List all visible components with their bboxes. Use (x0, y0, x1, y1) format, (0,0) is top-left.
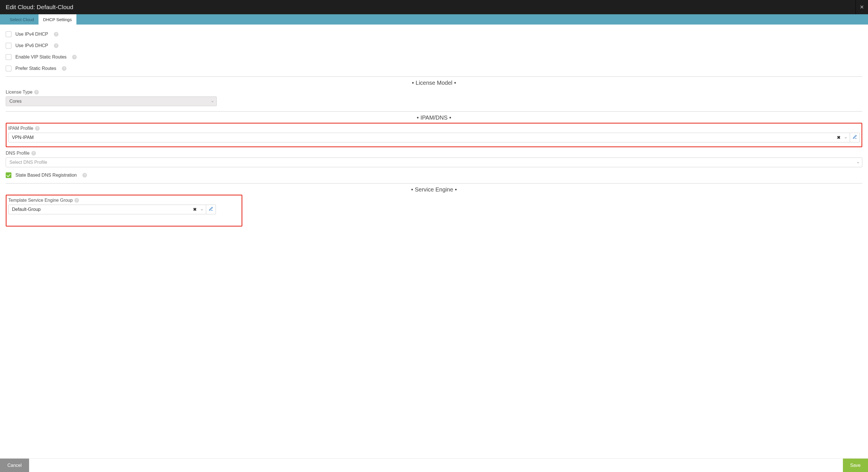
checkbox-label: Enable VIP Static Routes (16, 55, 66, 60)
checkbox-label: State Based DNS Registration (16, 173, 77, 178)
button-label: Cancel (7, 463, 22, 468)
field-label-text: IPAM Profile (8, 126, 33, 131)
field-label-text: License Type (6, 90, 32, 95)
checkbox-label: Prefer Static Routes (16, 66, 56, 71)
dns-profile-select-wrap: Select DNS Profile (6, 157, 862, 167)
section-title-text: Service Engine (415, 186, 454, 193)
ipam-profile-select-wrap: VPN-IPAM ✖ (8, 133, 860, 142)
section-title-text: License Model (416, 80, 453, 86)
checkbox-use-ipv6-dhcp[interactable] (6, 43, 11, 49)
pencil-icon (209, 207, 213, 212)
tab-select-cloud[interactable]: Select Cloud (5, 14, 38, 25)
highlight-template-seg: Template Service Engine Group ? Default-… (6, 195, 242, 227)
modal-title: Edit Cloud: Default-Cloud (6, 4, 73, 10)
close-icon: ✕ (860, 4, 864, 10)
cancel-button[interactable]: Cancel (0, 459, 29, 472)
tab-label: Select Cloud (10, 17, 34, 22)
option-use-ipv6-dhcp: Use IPv6 DHCP ? (6, 40, 862, 51)
section-title: •License Model• (410, 80, 458, 86)
save-button[interactable]: Save (843, 459, 868, 472)
help-icon[interactable]: ? (31, 151, 36, 155)
section-title-text: IPAM/DNS (420, 114, 447, 121)
checkbox-label: Use IPv4 DHCP (16, 32, 48, 37)
label-ipam-profile: IPAM Profile ? (8, 126, 860, 131)
select-placeholder: Select DNS Profile (9, 160, 47, 165)
checkbox-use-ipv4-dhcp[interactable] (6, 31, 11, 37)
license-type-select-wrap: Cores (6, 96, 217, 106)
label-dns-profile: DNS Profile ? (6, 151, 862, 156)
select-value: VPN-IPAM (12, 135, 34, 140)
help-icon[interactable]: ? (54, 32, 58, 36)
section-ipam-dns: •IPAM/DNS• (6, 111, 862, 121)
field-label-text: Template Service Engine Group (8, 198, 73, 203)
dns-profile-select[interactable]: Select DNS Profile (6, 157, 862, 167)
chevron-down-icon[interactable] (856, 161, 860, 164)
help-icon[interactable]: ? (54, 43, 58, 48)
help-icon[interactable]: ? (34, 90, 39, 94)
template-seg-select[interactable]: Default-Group ✖ (8, 205, 206, 214)
highlight-ipam-profile: IPAM Profile ? VPN-IPAM ✖ (6, 123, 862, 147)
clear-icon[interactable]: ✖ (193, 207, 197, 212)
help-icon[interactable]: ? (72, 55, 77, 59)
help-icon[interactable]: ? (74, 198, 79, 203)
help-icon[interactable]: ? (62, 66, 66, 71)
chevron-down-icon (211, 99, 214, 103)
tab-bar: Select Cloud DHCP Settings (0, 14, 868, 25)
modal-footer: Cancel Save (0, 458, 868, 472)
tab-dhcp-settings[interactable]: DHCP Settings (38, 14, 76, 25)
section-service-engine: •Service Engine• (6, 183, 862, 193)
license-type-select[interactable]: Cores (6, 96, 217, 106)
edit-ipam-profile-button[interactable] (850, 133, 860, 142)
close-button[interactable]: ✕ (856, 0, 868, 14)
label-license-type: License Type ? (6, 90, 862, 95)
template-seg-select-wrap: Default-Group ✖ (8, 205, 216, 214)
option-use-ipv4-dhcp: Use IPv4 DHCP ? (6, 29, 862, 40)
modal-titlebar: Edit Cloud: Default-Cloud ✕ (0, 0, 868, 14)
checkbox-prefer-static-routes[interactable] (6, 66, 11, 71)
section-title: •IPAM/DNS• (415, 114, 453, 121)
field-label-text: DNS Profile (6, 151, 30, 156)
pencil-icon (852, 135, 857, 140)
option-enable-vip-static-routes: Enable VIP Static Routes ? (6, 51, 862, 63)
clear-icon[interactable]: ✖ (837, 135, 841, 140)
edit-template-seg-button[interactable] (206, 205, 216, 214)
select-value: Default-Group (12, 207, 41, 212)
option-state-based-dns-registration: State Based DNS Registration ? (6, 170, 862, 181)
option-prefer-static-routes: Prefer Static Routes ? (6, 63, 862, 74)
checkbox-state-based-dns-registration[interactable] (6, 172, 11, 178)
help-icon[interactable]: ? (83, 173, 87, 177)
checkbox-enable-vip-static-routes[interactable] (6, 54, 11, 60)
help-icon[interactable]: ? (35, 126, 40, 131)
section-license-model: •License Model• (6, 77, 862, 86)
chevron-down-icon[interactable] (844, 136, 847, 139)
button-label: Save (850, 463, 861, 468)
chevron-down-icon[interactable] (200, 208, 204, 211)
checkbox-label: Use IPv6 DHCP (16, 43, 48, 48)
modal-content: Use IPv4 DHCP ? Use IPv6 DHCP ? Enable V… (0, 25, 868, 458)
footer-spacer (29, 459, 843, 472)
ipam-profile-select[interactable]: VPN-IPAM ✖ (8, 133, 850, 142)
section-title: •Service Engine• (409, 186, 459, 193)
select-value: Cores (9, 99, 22, 104)
tab-label: DHCP Settings (43, 17, 72, 22)
label-template-seg: Template Service Engine Group ? (8, 198, 240, 203)
